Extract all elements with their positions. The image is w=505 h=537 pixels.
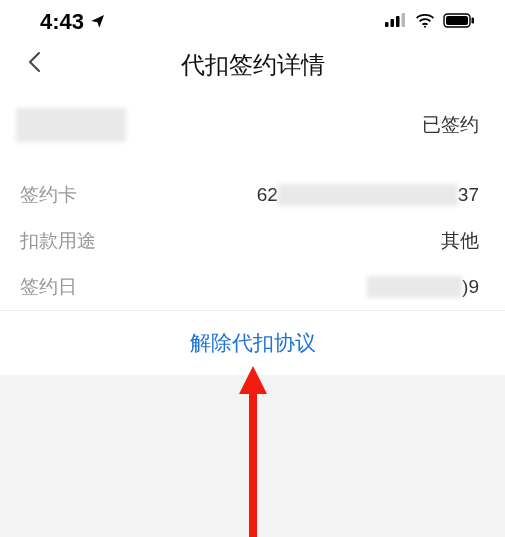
svg-rect-2 xyxy=(396,16,400,27)
card-suffix: 37 xyxy=(458,184,479,206)
battery-icon xyxy=(443,13,475,32)
purpose-row: 扣款用途 其他 xyxy=(0,218,505,264)
empty-area xyxy=(0,375,505,537)
card-row: 签约卡 62 37 xyxy=(0,172,505,218)
merchant-row: 已签约 xyxy=(0,90,505,160)
location-icon xyxy=(90,9,106,35)
card-prefix: 62 xyxy=(257,184,278,206)
page-title: 代扣签约详情 xyxy=(181,49,325,81)
contract-status: 已签约 xyxy=(422,112,479,138)
cellular-icon xyxy=(385,13,407,31)
card-masked xyxy=(278,184,458,206)
cancel-contract-link[interactable]: 解除代扣协议 xyxy=(190,331,316,354)
status-time: 4:43 xyxy=(40,9,84,35)
card-value: 62 37 xyxy=(257,184,479,206)
status-bar: 4:43 xyxy=(0,0,505,40)
status-left: 4:43 xyxy=(40,9,106,35)
svg-rect-3 xyxy=(402,13,406,27)
back-button[interactable] xyxy=(18,45,50,85)
merchant-name-masked xyxy=(16,108,126,142)
svg-rect-7 xyxy=(472,17,475,23)
date-masked xyxy=(367,276,462,298)
date-row: 签约日 )9 xyxy=(0,264,505,310)
date-label: 签约日 xyxy=(20,274,77,300)
contract-section: 已签约 签约卡 62 37 扣款用途 其他 签约日 )9 xyxy=(0,90,505,311)
wifi-icon xyxy=(415,13,435,32)
svg-point-4 xyxy=(424,25,426,27)
purpose-label: 扣款用途 xyxy=(20,228,96,254)
svg-rect-6 xyxy=(446,16,468,25)
status-right xyxy=(385,13,475,32)
svg-rect-0 xyxy=(385,22,389,27)
action-row: 解除代扣协议 xyxy=(0,311,505,375)
date-suffix: )9 xyxy=(462,276,479,298)
date-value: )9 xyxy=(367,276,479,298)
nav-bar: 代扣签约详情 xyxy=(0,40,505,90)
purpose-value: 其他 xyxy=(441,228,479,254)
card-label: 签约卡 xyxy=(20,182,77,208)
svg-rect-1 xyxy=(391,19,395,27)
